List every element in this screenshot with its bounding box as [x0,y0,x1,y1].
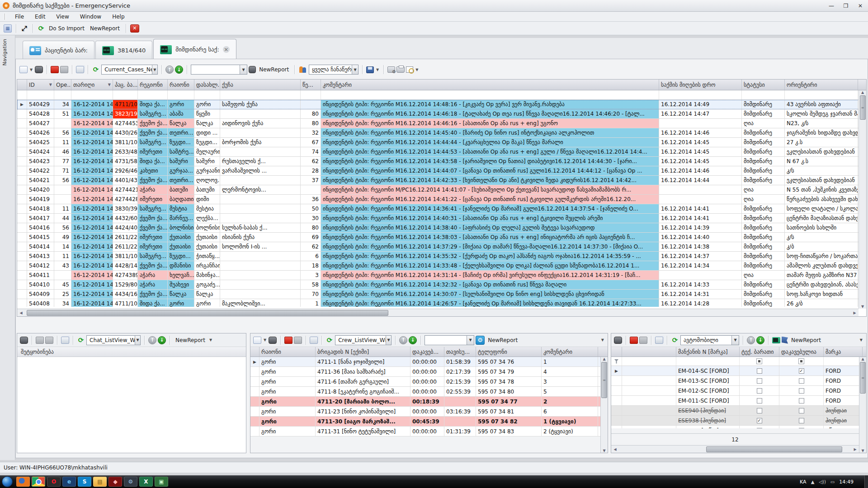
table-row[interactable]: 54041916-12-2014 14:...4274428იმერეთიბაღ… [17,195,866,204]
column-header-orient[interactable]: ორიენტირი [785,80,858,90]
cases-grid-filter-row[interactable] [17,90,866,100]
newreport-button[interactable]: NewReport [88,25,122,32]
taskbar-icon-app[interactable]: ▣ [155,477,168,487]
table-row[interactable]: ▶5404293416-12-2014 14:...4711/10...შიდა… [17,100,866,109]
vehicle-filter-cell[interactable] [779,357,824,366]
filter-cell[interactable] [17,90,27,99]
crew-copy-icon[interactable] [310,337,318,344]
table-row[interactable]: 5404285116-12-2014 14:...3823/198სამეგრე… [17,109,866,119]
column-header-id[interactable]: ID▼ [27,80,54,90]
tray-expand-icon[interactable]: ▲ [811,479,815,484]
maximize-button[interactable]: ❐ [841,3,851,9]
fullscreen-icon[interactable]: ⤢ [20,24,28,33]
filter-cell[interactable] [71,90,113,99]
vehicle-column-header[interactable] [622,347,676,357]
vehicle-filter-funnel[interactable] [611,357,622,366]
vehicle-delete-icon[interactable] [630,337,638,344]
checkbox-checked[interactable]: ✓ [757,418,762,423]
chat-next-icon[interactable]: ↓ [158,336,166,344]
tab-2[interactable]: 3814/640 [95,41,152,60]
table-row[interactable]: 54042016-12-2014 14:...4274421აჭარაბათუმ… [17,185,866,195]
filter-cell[interactable] [27,90,54,99]
crew-row[interactable]: გორი4711-8 [ეკატერინე გოგიჩაიშ...00:00:0… [250,387,608,397]
checkbox-unchecked[interactable] [799,378,804,384]
chat-edit-icon[interactable] [20,337,28,344]
chat-column-header[interactable]: შეტყობინება [17,347,246,357]
table-row[interactable]: 54041116-12-2014 14:...4274389აჭარახელვა… [17,271,866,280]
crew-row[interactable]: გორი4711-30 [იაგო მარკოზაშ...00:45:39595… [250,417,608,427]
checkbox-unchecked[interactable] [757,398,762,404]
vehicle-newreport-button[interactable]: NewReport [789,337,823,343]
vehicle-row[interactable]: EM-011-SC [FORD]FORD [611,396,866,406]
table-row[interactable]: 5404215616-12-2014 14:...4401/43ქვემო ქა… [17,176,866,185]
taskbar-icon-opera[interactable]: O [47,477,61,487]
taskbar-icon-media[interactable]: ◆ [108,477,122,487]
table-row[interactable]: 5404174416-12-2014 14:...4432/603ქვემო ქ… [17,214,866,223]
menu-item-file[interactable]: File [9,13,29,21]
close-tab-icon[interactable]: ✕ [130,24,139,33]
filter-checkbox-icon[interactable] [756,358,762,364]
print-preview-icon[interactable] [406,66,413,73]
show-desktop-button[interactable] [864,475,868,488]
crew-view-combo[interactable]: Crew_ListView_With...▼ [335,335,392,345]
table-row[interactable]: 5404251116-12-2014 14:...3811/10...სამეგ… [17,138,866,147]
checkbox-unchecked[interactable] [757,388,762,394]
vehicle-row[interactable]: ▶EM-014-SC [FORD]✓FORD [611,366,866,376]
menu-item-help[interactable]: Help [107,13,130,21]
vehicle-horizontal-scrollbar[interactable]: ◀▶ [611,445,859,453]
records-combo[interactable]: ყველა ჩანაწერი▼ [309,65,359,75]
grid-newreport-button[interactable]: NewReport [257,66,291,73]
column-header-dasax[interactable]: დასახლ... [194,80,220,90]
table-row[interactable]: 5404131116-12-2014 14:...3811/10...სამეგ… [17,252,866,261]
table-row[interactable]: 5404165616-12-2014 14:...4424/401ქვემო ქ… [17,223,866,233]
vehicle-column-header[interactable]: მარკა [824,347,863,357]
cases-horizontal-scrollbar[interactable]: ◀▶ [17,309,859,316]
taskbar-icon-firefox[interactable] [16,477,30,487]
column-header-street[interactable]: ქუჩა [220,80,301,90]
menu-item-view[interactable]: View [51,13,74,21]
report-icon[interactable] [249,66,256,73]
copy-icon[interactable] [76,66,84,73]
crew-column-header[interactable]: თავისუ... [444,347,476,357]
vehicle-filter-row[interactable] [611,357,866,366]
checkbox-unchecked[interactable] [799,398,804,404]
checkbox-unchecked[interactable] [799,388,804,394]
table-row[interactable]: 5404124316-12-2014 14:...4428/147ქვემო ქ… [17,261,866,271]
crew-column-header[interactable]: ტელეფონი [476,347,542,357]
crew-new-icon[interactable] [253,337,261,344]
filter-checkbox-icon[interactable] [798,358,804,364]
column-header-date[interactable]: თარიღი▼ [71,80,113,90]
filter-cell[interactable] [168,90,194,99]
chat-message-list[interactable] [17,357,246,453]
vehicle-next-icon[interactable]: ↓ [756,336,764,344]
filter-arrow-icon[interactable]: ▼ [108,83,111,87]
crew-row[interactable]: გორი4711-31 [ნინო ტეტუნაშვილი]00:00:0001… [250,427,608,436]
checkbox-unchecked[interactable] [757,408,762,413]
filter-cell[interactable] [138,90,168,99]
save-icon[interactable] [366,66,374,73]
network-icon[interactable]: ▭ [830,479,835,484]
taskbar-icon-ie[interactable]: e [62,477,76,487]
filter-cell[interactable] [194,90,220,99]
crew-row[interactable]: გორი4711-36 [მაია სამხარაძე]00:00:0002:1… [250,367,608,377]
chat-prev-icon[interactable]: ↑ [148,336,156,344]
new-record-icon[interactable] [19,66,28,73]
crew-delete-icon[interactable] [284,337,292,344]
table-row[interactable]: 5404092516-12-2014 14:...4434/166ქვემო ქ… [17,290,866,299]
crew-row[interactable]: გორი4711-20 [მარიამი ბოლო...00:18:39595 … [250,397,608,407]
table-row[interactable]: 5404154916-12-2014 14:...2611/22...იმერე… [17,233,866,242]
crew-row[interactable]: გორი4711-23 [ნინო კოპინაშვილი]00:00:0003… [250,407,608,417]
checkbox-unchecked[interactable] [757,368,762,374]
crew-prev-icon[interactable]: ↑ [399,336,407,344]
crew-column-header[interactable]: დაკავებ... [410,347,444,357]
crew-settings-icon[interactable]: ⚙ [476,336,485,345]
filter-cell[interactable] [785,90,858,99]
filter-cell[interactable] [659,90,742,99]
checkbox-checked[interactable]: ✓ [799,428,804,429]
prev-record-icon[interactable]: ↑ [165,66,174,74]
filter-cell[interactable] [321,90,659,99]
menu-item-edit[interactable]: Edit [29,13,51,21]
vehicle-column-header[interactable]: ტექ. ბარათი [740,347,779,357]
start-button[interactable] [2,476,13,487]
filter-cell[interactable] [113,90,138,99]
